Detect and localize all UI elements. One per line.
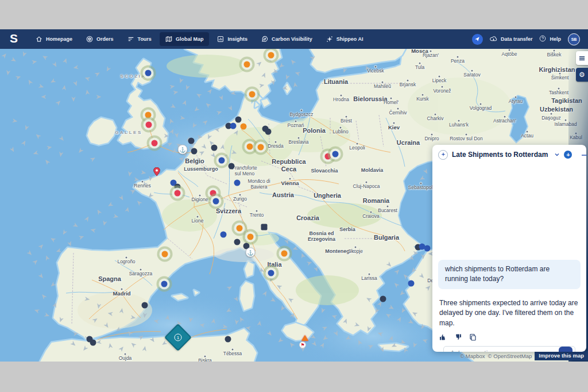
paper-plane-icon [474, 36, 480, 42]
nav-item-carbon-visibility[interactable]: Carbon Visibility [256, 32, 318, 46]
global-map[interactable]: SCOZIAGALLESBelgioLussemburgoPoloniaLitu… [0, 49, 588, 362]
send-button[interactable]: ↑ [559, 347, 572, 352]
shipment-marker-red[interactable] [152, 140, 158, 147]
shippeo-logo[interactable]: S [10, 32, 17, 45]
gear-icon: ⚙ [579, 71, 585, 79]
nav-item-shippeo-ai[interactable]: Shippeo AI [320, 32, 369, 46]
insights-icon [217, 36, 224, 43]
shipment-marker-orange[interactable] [281, 251, 288, 257]
user-message-bubble: which shipments to Rotterdam are running… [438, 260, 581, 289]
chat-messages: which shipments to Rotterdam are running… [432, 164, 586, 352]
top-letterbox [0, 0, 588, 29]
shipment-marker-navy[interactable] [188, 138, 195, 144]
shipment-marker-blue[interactable] [145, 70, 152, 76]
vessel-cluster-icon[interactable]: ⚓ [178, 145, 188, 155]
shipment-marker-orange[interactable] [247, 234, 254, 240]
ai-sparkle-icon [326, 36, 333, 43]
plus-icon: + [564, 151, 572, 159]
ai-badge-icon [438, 150, 448, 160]
nav-label: Insights [227, 36, 247, 42]
data-transfer-label: Data transfer [501, 36, 533, 42]
help-button[interactable]: Help [539, 35, 561, 43]
minimize-chat-button[interactable] [581, 152, 587, 158]
shipment-marker-blue[interactable] [220, 232, 227, 238]
shipment-marker-orange[interactable] [241, 124, 247, 130]
shipment-marker-blue[interactable] [332, 151, 339, 157]
map-layers-button[interactable] [576, 51, 588, 65]
help-icon [539, 35, 546, 43]
shipment-marker-navy[interactable] [235, 117, 242, 123]
new-chat-button[interactable]: + [564, 151, 572, 159]
nav-label: Homepage [46, 36, 72, 42]
shipment-marker-orange[interactable] [162, 251, 168, 258]
shipment-marker-orange[interactable] [145, 112, 152, 118]
shipment-marker-navy[interactable] [142, 302, 148, 309]
shipment-marker-orange[interactable] [244, 62, 250, 68]
home-icon [36, 36, 42, 43]
shipment-marker-navy[interactable] [90, 340, 96, 346]
shipment-marker-blue[interactable] [268, 270, 274, 276]
top-navbar: S Homepage Orders Tours Global Map Insig… [0, 29, 588, 49]
shipment-marker-navy[interactable] [175, 184, 181, 190]
chat-header: Late Shipments to Rotterdam + [432, 145, 586, 164]
mapbox-attribution-link[interactable]: © Mapbox [460, 353, 485, 359]
shipment-marker-navy[interactable] [380, 296, 386, 302]
thumbs-up-button[interactable] [439, 333, 447, 341]
assistant-button[interactable] [472, 34, 483, 45]
chat-question-input[interactable] [450, 349, 559, 352]
map-attribution: © Mapbox © OpenStreetMap Improve this ma… [460, 351, 588, 360]
nav-item-insights[interactable]: Insights [211, 32, 253, 46]
feedback-row [439, 333, 579, 341]
vessel-cluster-icon[interactable]: ⚓ [246, 248, 256, 258]
user-avatar[interactable]: SB [568, 33, 580, 45]
shipment-marker-navy[interactable] [229, 163, 235, 170]
shipment-marker-blue[interactable] [408, 280, 415, 287]
bottom-letterbox [0, 362, 588, 392]
tours-icon [127, 36, 134, 43]
osm-attribution-link[interactable]: © OpenStreetMap [488, 353, 532, 359]
nav-item-homepage[interactable]: Homepage [30, 32, 78, 46]
shipment-marker-blue[interactable] [213, 198, 219, 205]
shipment-marker-orange[interactable] [249, 91, 256, 98]
nav-item-orders[interactable]: Orders [80, 32, 119, 46]
data-transfer-button[interactable]: Data transfer [490, 36, 533, 43]
red-flag-icon[interactable]: ⚑ [299, 341, 306, 348]
shipment-marker-blue[interactable] [161, 281, 168, 287]
shipment-marker-blue[interactable] [234, 180, 241, 186]
warning-triangle-icon[interactable] [301, 335, 308, 341]
map-settings-button[interactable]: ⚙ [576, 68, 588, 82]
shipment-marker-red[interactable] [175, 190, 181, 197]
nav-item-tours[interactable]: Tours [122, 32, 157, 46]
shipment-marker-orange[interactable] [247, 144, 253, 150]
nav-items: Homepage Orders Tours Global Map Insight… [30, 29, 371, 49]
shipment-marker-orange[interactable] [268, 52, 274, 59]
shipment-marker-orange[interactable] [237, 225, 243, 232]
shipment-marker-blue[interactable] [424, 245, 431, 252]
shipment-marker-red[interactable] [146, 122, 152, 128]
shipment-marker-navy[interactable] [211, 145, 218, 151]
shipment-marker-navy[interactable] [261, 224, 268, 230]
thumbs-down-button[interactable] [454, 333, 462, 341]
nav-right: Data transfer Help SB [472, 33, 588, 45]
arrow-up-icon: ↑ [564, 349, 568, 352]
shipment-marker-red[interactable] [325, 153, 331, 160]
cluster-count: 1 [175, 334, 182, 341]
nav-label: Tours [138, 36, 152, 42]
nav-label: Carbon Visibility [272, 36, 312, 42]
improve-map-link[interactable]: Improve this map [535, 351, 588, 360]
shipment-marker-navy[interactable] [265, 129, 272, 135]
location-pin-icon[interactable] [153, 167, 161, 179]
shipment-marker-navy[interactable] [225, 336, 231, 343]
selected-cluster-diamond[interactable]: 1 [164, 324, 192, 351]
list-icon [579, 55, 585, 62]
shipment-marker-navy[interactable] [234, 239, 241, 245]
shipment-marker-orange[interactable] [258, 144, 264, 151]
nav-label: Global Map [176, 36, 204, 42]
shipment-marker-blue[interactable] [230, 123, 237, 129]
chat-title-dropdown[interactable] [554, 152, 560, 157]
shipment-marker-navy[interactable] [191, 148, 198, 155]
copy-button[interactable] [469, 333, 477, 341]
shipment-marker-blue[interactable] [219, 157, 225, 164]
nav-item-global-map[interactable]: Global Map [160, 32, 210, 46]
shipment-marker-red[interactable] [210, 190, 216, 197]
